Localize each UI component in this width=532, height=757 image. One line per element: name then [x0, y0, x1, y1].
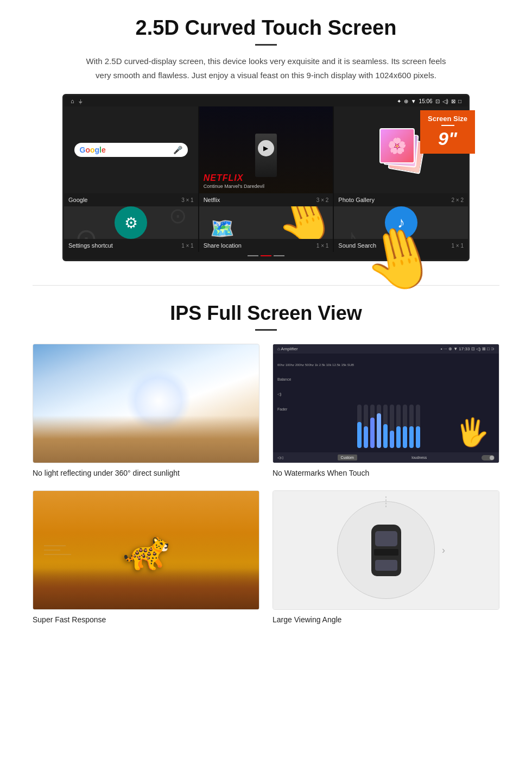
- photo-stack: 🌸: [379, 128, 423, 172]
- dot-3: [274, 255, 284, 256]
- dot-2: [261, 255, 271, 256]
- slider-2[interactable]: [364, 405, 368, 448]
- feature-grid: No light reflecting under 360° direct su…: [33, 344, 499, 624]
- share-cell-inner: 🗺️ 🤚: [199, 206, 333, 239]
- back-btn: ◁◁: [277, 456, 283, 460]
- feature-cheetah: 🐆 Super Fast Response: [33, 490, 259, 624]
- freq-label-1: 60hz 100hz 200hz 500hz 1k 2.5k 10k 12.5k…: [277, 363, 354, 367]
- sunlight-img-box: [33, 344, 259, 463]
- slider-10[interactable]: [416, 405, 420, 448]
- pointing-hand-icon: 🤚: [267, 206, 333, 239]
- wifi-icon: ▼: [411, 98, 416, 104]
- slider-5[interactable]: [383, 405, 388, 448]
- netflix-cell-inner: ▶ NETFLIX Continue Marvel's Daredevil: [199, 106, 333, 193]
- slider-4[interactable]: [377, 405, 381, 448]
- usb-icon: ⏚: [79, 98, 83, 104]
- gallery-app-name: Photo Gallery: [338, 197, 375, 203]
- close-icon: ⊠: [451, 98, 455, 104]
- status-bar: ⌂ ⏚ ✦ ⊕ ▼ 15:06 ⊡ ◁) ⊠ □: [64, 96, 468, 106]
- vol-icon-label: ◁): [277, 392, 354, 396]
- google-label-cell: Google 3 × 1: [64, 193, 198, 206]
- google-cell[interactable]: Google 🎤: [64, 106, 198, 193]
- maps-icon: 🗺️: [210, 217, 235, 239]
- google-search-bar[interactable]: Google 🎤: [74, 143, 188, 157]
- amp-home: ⌂ Amplifier: [277, 346, 298, 351]
- slider-9[interactable]: [409, 405, 414, 448]
- arrow-right: ›: [442, 545, 445, 556]
- google-logo: Google: [80, 146, 106, 154]
- watermarks-label: No Watermarks When Touch: [273, 469, 499, 477]
- custom-button[interactable]: Custom: [338, 455, 357, 460]
- netflix-cell[interactable]: ▶ NETFLIX Continue Marvel's Daredevil: [199, 106, 333, 193]
- cheetah-img-box: 🐆: [33, 490, 259, 610]
- device-mockup-wrapper: Screen Size 9" ⌂ ⏚ ✦ ⊕ ▼ 15:06 ⊡ ◁) ⊠: [62, 94, 470, 261]
- toggle-switch[interactable]: [482, 455, 495, 460]
- dot-1: [248, 255, 258, 256]
- title-underline-1: [255, 44, 277, 46]
- camera-icon: ⊡: [435, 98, 440, 104]
- section-ips-screen: IPS Full Screen View No light reflecting…: [0, 297, 532, 640]
- amp-top-bar: ⌂ Amplifier ▪ ··· ⊕ ▼ 17:33 ⊡ ◁) ⊠ □ ⊃: [273, 344, 499, 354]
- fader-label: Fader: [277, 407, 354, 411]
- play-button[interactable]: ▶: [258, 140, 274, 156]
- toggle-knob: [490, 456, 494, 460]
- home-icon[interactable]: ⌂: [71, 98, 74, 104]
- motion-lines: [44, 545, 71, 555]
- flower-icon: 🌸: [381, 129, 414, 162]
- netflix-app-size: 3 × 2: [316, 197, 329, 203]
- title-underline-2: [255, 329, 277, 331]
- bg-icon-2: ⊙: [169, 206, 187, 228]
- status-right: ✦ ⊕ ▼ 15:06 ⊡ ◁) ⊠ □: [397, 98, 461, 104]
- settings-cell[interactable]: ⊙ ⊙ ⚙: [64, 206, 198, 239]
- netflix-label: NETFLIX Continue Marvel's Daredevil: [204, 173, 264, 189]
- amp-freq-labels: 60hz 100hz 200hz 500hz 1k 2.5k 10k 12.5k…: [277, 358, 354, 448]
- google-app-name: Google: [68, 197, 87, 203]
- gallery-app-size: 2 × 2: [451, 197, 464, 203]
- clock: 15:06: [419, 98, 433, 104]
- section1-title: 2.5D Curved Touch Screen: [33, 16, 499, 40]
- loudness-label: loudness: [411, 456, 427, 459]
- gear-icon: ⚙: [124, 214, 138, 232]
- sunlight-label: No light reflecting under 360° direct su…: [33, 469, 259, 477]
- screen-size-badge: Screen Size 9": [420, 110, 475, 154]
- share-content: 🗺️ 🤚: [199, 206, 333, 239]
- slider-8[interactable]: [403, 405, 407, 448]
- share-location-cell[interactable]: 🗺️ 🤚: [199, 206, 333, 239]
- amp-status: ▪ ··· ⊕ ▼ 17:33 ⊡ ◁) ⊠ □ ⊃: [441, 346, 495, 351]
- bg-icon-1: ⊙: [75, 223, 98, 239]
- cheetah-icon: 🐆: [123, 528, 170, 572]
- amplifier-image: ⌂ Amplifier ▪ ··· ⊕ ▼ 17:33 ⊡ ◁) ⊠ □ ⊃ 6…: [273, 344, 499, 463]
- rear-window: [375, 560, 397, 571]
- share-app-size: 1 × 1: [316, 243, 329, 249]
- angle-line-top: [386, 496, 387, 507]
- windshield: [375, 531, 397, 546]
- settings-content: ⊙ ⊙ ⚙: [64, 206, 198, 239]
- volume-icon: ◁): [442, 98, 448, 104]
- amp-hand-icon: 🖐️: [455, 417, 489, 448]
- badge-divider: [441, 125, 454, 126]
- window-icon: □: [458, 98, 461, 104]
- sunlight-image: [33, 344, 259, 463]
- section-curved-screen: 2.5D Curved Touch Screen With 2.5D curve…: [0, 0, 532, 274]
- settings-label-cell: Settings shortcut 1 × 1: [64, 239, 198, 252]
- slider-7[interactable]: [396, 405, 401, 448]
- car-label: Large Viewing Angle: [273, 615, 499, 624]
- slider-3[interactable]: [370, 405, 375, 448]
- location-icon: ⊕: [404, 98, 408, 104]
- app-grid-top: Google 🎤 ▶: [64, 106, 468, 193]
- section1-description: With 2.5D curved-display screen, this de…: [81, 54, 451, 82]
- settings-icon: ⚙: [115, 206, 147, 239]
- share-label-cell: Share location 1 × 1: [199, 239, 333, 252]
- badge-title: Screen Size: [428, 115, 467, 123]
- mic-icon: 🎤: [173, 146, 182, 154]
- amp-content: 60hz 100hz 200hz 500hz 1k 2.5k 10k 12.5k…: [273, 354, 499, 452]
- slider-1[interactable]: [357, 405, 362, 448]
- roof-panel: [374, 549, 398, 556]
- feature-car: › Large Viewing Angle: [273, 490, 499, 624]
- feature-watermarks: ⌂ Amplifier ▪ ··· ⊕ ▼ 17:33 ⊡ ◁) ⊠ □ ⊃ 6…: [273, 344, 499, 477]
- car-body: [371, 525, 401, 576]
- feature-sunlight: No light reflecting under 360° direct su…: [33, 344, 259, 477]
- watermarks-img-box: ⌂ Amplifier ▪ ··· ⊕ ▼ 17:33 ⊡ ◁) ⊠ □ ⊃ 6…: [273, 344, 499, 463]
- amp-bottom-bar: ◁◁ Custom loudness: [273, 452, 499, 463]
- slider-6[interactable]: [390, 405, 394, 448]
